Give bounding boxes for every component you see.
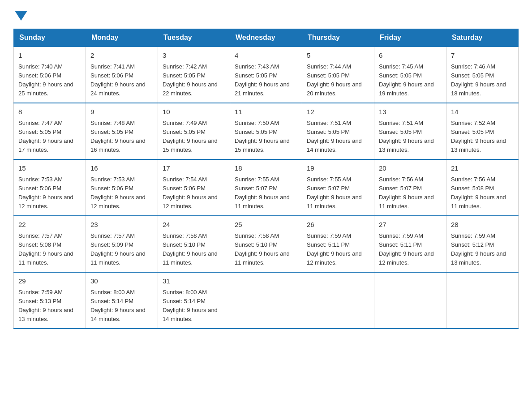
day-info: Sunrise: 7:53 AMSunset: 5:06 PMDaylight:… <box>18 175 81 211</box>
day-info: Sunrise: 7:45 AMSunset: 5:05 PMDaylight:… <box>379 62 442 98</box>
table-row: 4Sunrise: 7:43 AMSunset: 5:05 PMDaylight… <box>230 47 302 103</box>
day-number: 31 <box>163 276 225 287</box>
day-number: 28 <box>451 220 514 230</box>
day-info: Sunrise: 8:00 AMSunset: 5:14 PMDaylight:… <box>163 288 225 324</box>
day-info: Sunrise: 7:59 AMSunset: 5:11 PMDaylight:… <box>379 231 442 268</box>
day-info: Sunrise: 7:56 AMSunset: 5:07 PMDaylight:… <box>379 175 442 211</box>
calendar-header-row: Sunday Monday Tuesday Wednesday Thursday… <box>14 29 519 47</box>
day-info: Sunrise: 7:56 AMSunset: 5:08 PMDaylight:… <box>451 175 514 211</box>
day-info: Sunrise: 7:57 AMSunset: 5:08 PMDaylight:… <box>18 231 81 268</box>
table-row: 24Sunrise: 7:58 AMSunset: 5:10 PMDayligh… <box>158 216 230 272</box>
day-info: Sunrise: 7:42 AMSunset: 5:05 PMDaylight:… <box>163 62 225 98</box>
day-number: 8 <box>18 107 81 117</box>
header-sunday: Sunday <box>14 29 86 47</box>
day-number: 17 <box>163 163 225 174</box>
day-info: Sunrise: 7:46 AMSunset: 5:05 PMDaylight:… <box>451 62 514 98</box>
day-info: Sunrise: 7:40 AMSunset: 5:06 PMDaylight:… <box>18 62 81 98</box>
day-number: 13 <box>379 107 442 117</box>
table-row: 28Sunrise: 7:59 AMSunset: 5:12 PMDayligh… <box>446 216 519 272</box>
header-saturday: Saturday <box>446 29 519 47</box>
table-row: 12Sunrise: 7:51 AMSunset: 5:05 PMDayligh… <box>302 103 374 159</box>
table-row: 25Sunrise: 7:58 AMSunset: 5:10 PMDayligh… <box>230 216 302 272</box>
day-info: Sunrise: 7:41 AMSunset: 5:06 PMDaylight:… <box>90 62 153 98</box>
table-row: 1Sunrise: 7:40 AMSunset: 5:06 PMDaylight… <box>14 47 86 103</box>
day-number: 6 <box>379 51 442 61</box>
day-number: 24 <box>163 220 225 230</box>
day-number: 29 <box>18 276 81 287</box>
day-info: Sunrise: 7:51 AMSunset: 5:05 PMDaylight:… <box>307 119 369 155</box>
calendar-week-row: 8Sunrise: 7:47 AMSunset: 5:05 PMDaylight… <box>14 103 519 159</box>
day-number: 18 <box>235 163 297 174</box>
table-row: 17Sunrise: 7:54 AMSunset: 5:06 PMDayligh… <box>158 159 230 216</box>
table-row: 11Sunrise: 7:50 AMSunset: 5:05 PMDayligh… <box>230 103 302 159</box>
calendar-week-row: 29Sunrise: 7:59 AMSunset: 5:13 PMDayligh… <box>14 272 519 329</box>
day-info: Sunrise: 7:49 AMSunset: 5:05 PMDaylight:… <box>163 119 225 155</box>
table-row: 18Sunrise: 7:55 AMSunset: 5:07 PMDayligh… <box>230 159 302 216</box>
day-number: 4 <box>235 51 297 61</box>
day-info: Sunrise: 7:59 AMSunset: 5:11 PMDaylight:… <box>307 231 369 268</box>
header-tuesday: Tuesday <box>158 29 230 47</box>
day-number: 27 <box>379 220 442 230</box>
day-number: 26 <box>307 220 369 230</box>
table-row <box>230 272 302 329</box>
day-number: 30 <box>90 276 153 287</box>
header-monday: Monday <box>86 29 158 47</box>
day-info: Sunrise: 7:52 AMSunset: 5:05 PMDaylight:… <box>451 119 514 155</box>
table-row: 26Sunrise: 7:59 AMSunset: 5:11 PMDayligh… <box>302 216 374 272</box>
day-number: 19 <box>307 163 369 174</box>
day-number: 23 <box>90 220 153 230</box>
day-number: 10 <box>163 107 225 117</box>
logo-triangle-icon <box>15 11 27 21</box>
calendar-week-row: 22Sunrise: 7:57 AMSunset: 5:08 PMDayligh… <box>14 216 519 272</box>
table-row: 30Sunrise: 8:00 AMSunset: 5:14 PMDayligh… <box>86 272 158 329</box>
day-number: 16 <box>90 163 153 174</box>
day-info: Sunrise: 7:54 AMSunset: 5:06 PMDaylight:… <box>163 175 225 211</box>
day-info: Sunrise: 7:55 AMSunset: 5:07 PMDaylight:… <box>235 175 297 211</box>
table-row: 5Sunrise: 7:44 AMSunset: 5:05 PMDaylight… <box>302 47 374 103</box>
table-row: 7Sunrise: 7:46 AMSunset: 5:05 PMDaylight… <box>446 47 519 103</box>
day-info: Sunrise: 7:47 AMSunset: 5:05 PMDaylight:… <box>18 119 81 155</box>
calendar-week-row: 15Sunrise: 7:53 AMSunset: 5:06 PMDayligh… <box>14 159 519 216</box>
table-row: 8Sunrise: 7:47 AMSunset: 5:05 PMDaylight… <box>14 103 86 159</box>
table-row <box>302 272 374 329</box>
day-info: Sunrise: 7:59 AMSunset: 5:12 PMDaylight:… <box>451 231 514 268</box>
day-number: 3 <box>163 51 225 61</box>
calendar-week-row: 1Sunrise: 7:40 AMSunset: 5:06 PMDaylight… <box>14 47 519 103</box>
table-row: 31Sunrise: 8:00 AMSunset: 5:14 PMDayligh… <box>158 272 230 329</box>
table-row <box>374 272 446 329</box>
day-info: Sunrise: 7:57 AMSunset: 5:09 PMDaylight:… <box>90 231 153 268</box>
day-info: Sunrise: 7:43 AMSunset: 5:05 PMDaylight:… <box>235 62 297 98</box>
table-row: 29Sunrise: 7:59 AMSunset: 5:13 PMDayligh… <box>14 272 86 329</box>
day-info: Sunrise: 8:00 AMSunset: 5:14 PMDaylight:… <box>90 288 153 324</box>
table-row: 6Sunrise: 7:45 AMSunset: 5:05 PMDaylight… <box>374 47 446 103</box>
table-row: 9Sunrise: 7:48 AMSunset: 5:05 PMDaylight… <box>86 103 158 159</box>
day-info: Sunrise: 7:44 AMSunset: 5:05 PMDaylight:… <box>307 62 369 98</box>
day-number: 12 <box>307 107 369 117</box>
table-row: 2Sunrise: 7:41 AMSunset: 5:06 PMDaylight… <box>86 47 158 103</box>
day-number: 21 <box>451 163 514 174</box>
header-friday: Friday <box>374 29 446 47</box>
day-info: Sunrise: 7:58 AMSunset: 5:10 PMDaylight:… <box>163 231 225 268</box>
day-info: Sunrise: 7:50 AMSunset: 5:05 PMDaylight:… <box>235 119 297 155</box>
day-info: Sunrise: 7:55 AMSunset: 5:07 PMDaylight:… <box>307 175 369 211</box>
day-number: 20 <box>379 163 442 174</box>
day-info: Sunrise: 7:51 AMSunset: 5:05 PMDaylight:… <box>379 119 442 155</box>
table-row: 21Sunrise: 7:56 AMSunset: 5:08 PMDayligh… <box>446 159 519 216</box>
day-number: 15 <box>18 163 81 174</box>
table-row: 23Sunrise: 7:57 AMSunset: 5:09 PMDayligh… <box>86 216 158 272</box>
table-row: 20Sunrise: 7:56 AMSunset: 5:07 PMDayligh… <box>374 159 446 216</box>
table-row: 22Sunrise: 7:57 AMSunset: 5:08 PMDayligh… <box>14 216 86 272</box>
table-row: 10Sunrise: 7:49 AMSunset: 5:05 PMDayligh… <box>158 103 230 159</box>
day-number: 9 <box>90 107 153 117</box>
day-info: Sunrise: 7:58 AMSunset: 5:10 PMDaylight:… <box>235 231 297 268</box>
table-row: 16Sunrise: 7:53 AMSunset: 5:06 PMDayligh… <box>86 159 158 216</box>
day-number: 14 <box>451 107 514 117</box>
day-number: 1 <box>18 51 81 61</box>
header-thursday: Thursday <box>302 29 374 47</box>
day-number: 2 <box>90 51 153 61</box>
calendar-table: Sunday Monday Tuesday Wednesday Thursday… <box>13 29 519 329</box>
day-info: Sunrise: 7:53 AMSunset: 5:06 PMDaylight:… <box>90 175 153 211</box>
table-row: 19Sunrise: 7:55 AMSunset: 5:07 PMDayligh… <box>302 159 374 216</box>
table-row: 15Sunrise: 7:53 AMSunset: 5:06 PMDayligh… <box>14 159 86 216</box>
table-row: 13Sunrise: 7:51 AMSunset: 5:05 PMDayligh… <box>374 103 446 159</box>
